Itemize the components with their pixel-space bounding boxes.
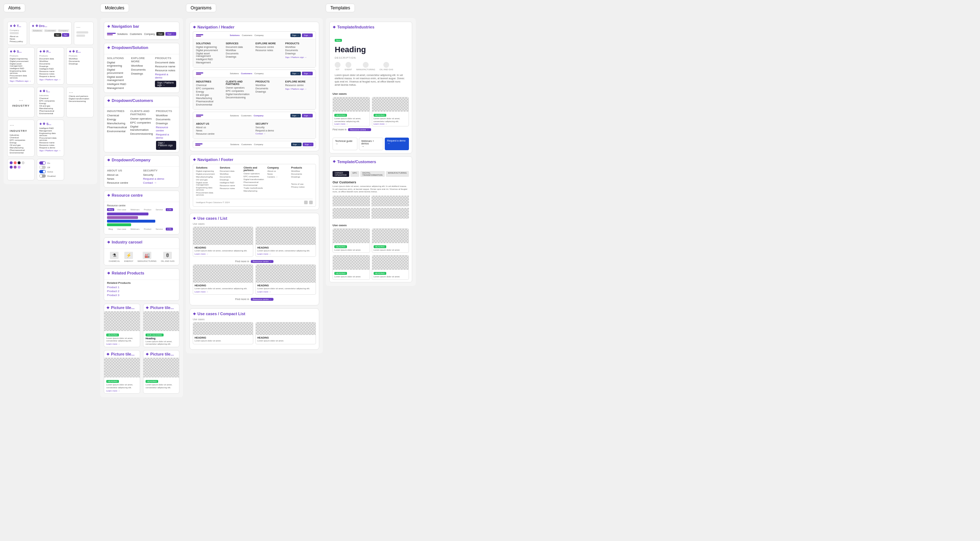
picture-tile-4[interactable]: Picture tile... HEADING Lorem ipsum dolo… (143, 350, 180, 393)
platform-sign-btn[interactable]: Sign / Platform sign → (155, 81, 176, 87)
cust-uc-2[interactable]: HEADING Lorem ipsum dolor sit amet. (372, 228, 409, 253)
resource-tab-cta[interactable]: CTA (166, 208, 173, 211)
uc-link-2[interactable]: Learn more → (374, 123, 407, 125)
platform-btn-3[interactable]: Sign → (302, 114, 313, 118)
rt2-usecase[interactable]: Use case (116, 228, 127, 231)
cust-uc-1[interactable]: HEADING Lorem ipsum dolor sit amet. (332, 228, 370, 253)
platform-btn-2[interactable]: Sign → (302, 72, 313, 75)
related-products-molecule[interactable]: Related Products Related Products Produc… (104, 268, 180, 301)
rt2-cta[interactable]: CTA (166, 228, 173, 231)
nav-link-co2[interactable]: Company (255, 72, 264, 75)
industry-energy[interactable]: ⚡ ENERGY (124, 252, 133, 262)
use-case-box-1[interactable]: HEADING Lorem ipsum dolor sit amet, cons… (193, 226, 253, 257)
toggle-item-2[interactable]: Off (39, 165, 62, 169)
cust-uc-3[interactable]: HEADING Lorem ipsum dolor sit amet. (332, 255, 370, 280)
nav-link-s2[interactable]: Solutions (230, 72, 239, 75)
rt2-webinars[interactable]: Webinars (129, 228, 141, 231)
resource-tab-blog[interactable]: Blog (107, 208, 114, 211)
sign-link[interactable]: Sign / Platform sign → (285, 56, 313, 58)
picture-tile-1[interactable]: Picture tile... HEADING Lorem ipsum dolo… (104, 304, 140, 347)
request-demo-btn[interactable]: Request a demo → (385, 138, 409, 150)
template-industries[interactable]: Template/Industries New Heading DESCRIPT… (329, 22, 412, 153)
cust-uc-4[interactable]: HEADING Lorem ipsum dolor sit amet. (372, 255, 409, 280)
tab-epc[interactable]: EPC (350, 171, 359, 177)
nav-link-solutions-active[interactable]: Solutions (230, 34, 240, 37)
uc-link-1[interactable]: Learn more → (334, 123, 368, 125)
contact-link[interactable]: Contact → (255, 132, 313, 135)
nav-footer-organism[interactable]: Navigation / Footer Solutions Digital en… (189, 154, 319, 210)
atom-card-more1[interactable]: ··· (74, 22, 94, 45)
atom-card-s1[interactable]: ❖ S... Products Digital engineering Digi… (7, 47, 35, 84)
uc-item-1[interactable]: HEADING Lorem ipsum dolor sit amet, cons… (332, 97, 370, 126)
atom-card-s2[interactable]: ❖ S... Intelligent R&D Management Engine… (37, 119, 64, 157)
sign-in-plain[interactable]: Sign → (291, 143, 302, 146)
use-cases-list-organism[interactable]: Use cases / List Use cases HEADING Lorem… (189, 213, 319, 306)
rt2-product[interactable]: Product (142, 228, 153, 231)
dropdown-customers-molecule[interactable]: Dropdown/Customers Industries Chemical E… (104, 96, 180, 152)
use-case-box-4[interactable]: HEADING Lorem ipsum dolor sit amet, cons… (255, 264, 316, 294)
use-case-box-3[interactable]: HEADING Lorem ipsum dolor sit amet, cons… (193, 264, 253, 294)
industry-oil[interactable]: 🛢 OIL AND GAS (161, 252, 174, 262)
platform-sign-btn-2[interactable]: Sign / Platform sign → (156, 141, 176, 150)
sign-in-btn[interactable]: Sign → (290, 33, 301, 37)
uc-item-2[interactable]: HEADING Lorem ipsum dolor sit amet, cons… (372, 97, 409, 126)
resource-centre-molecule[interactable]: Resource centre Resource centre Blog Use… (104, 191, 180, 234)
industry-carousel-molecule[interactable]: Industry carosel ⚗ CHEMICAL ⚡ ENERGY 🏭 M… (104, 237, 180, 266)
resource-centre-badge-2[interactable]: Resource centre → (251, 298, 274, 301)
picture-tile-2[interactable]: Picture tile... SUB-HEADING Heading Lore… (143, 304, 180, 347)
resource-tab-usecase[interactable]: Use case (116, 208, 127, 211)
dropdown-solution-molecule[interactable]: Dropdown/Solution Solutions Digital engi… (104, 43, 180, 93)
template-customers[interactable]: Template/Customers OWNER OPERATOR EPC DI… (329, 156, 412, 282)
toggle-item-4[interactable]: Disabled (39, 174, 62, 178)
related-item-1[interactable]: Product 1 (107, 286, 176, 289)
tab-manufacturing[interactable]: MANUFACTURING (386, 171, 409, 177)
use-case-box-2[interactable]: HEADING Lorem ipsum dolor sit amet, cons… (255, 226, 316, 257)
use-cases-compact-organism[interactable]: Use cases / Compact List Use cases HEADI… (189, 308, 319, 349)
toggle-item-1[interactable]: On (39, 161, 62, 165)
sign-link-2[interactable]: Sign / Platform sign → (285, 88, 313, 90)
atom-card-more4[interactable]: ··· INDUSTRY Industries Chemical EPC com… (7, 119, 35, 157)
atom-card-e[interactable]: ❖ E... Products Workflow Documents Drawi… (66, 47, 94, 84)
resource-tab-service[interactable]: Service (154, 208, 164, 211)
nl-solutions[interactable]: Solutions (230, 143, 239, 145)
nav-link-c2-active[interactable]: Customers (241, 72, 252, 75)
picture-tile-3-link[interactable]: Learn more → (106, 390, 138, 392)
atom-card-more2[interactable]: ··· INDUSTRY (7, 87, 35, 118)
rt2-service[interactable]: Service (154, 228, 164, 231)
nav-link-s3[interactable]: Solutions (230, 115, 239, 117)
atom-card-more3[interactable]: ··· Clients and partners Digital transfo… (66, 87, 94, 118)
platform-btn[interactable]: Sign → (302, 33, 313, 37)
tech-guide-btn[interactable]: Technical guide → (332, 138, 357, 150)
webinars-btn[interactable]: Webinars + demos → (359, 138, 384, 150)
atom-card-t[interactable]: ❖ T... Company About us News Privacy pol… (7, 22, 27, 45)
picture-tile-1-link[interactable]: Learn more → (106, 343, 138, 345)
resource-badge[interactable]: Resource centre → (348, 128, 371, 131)
nl-customers[interactable]: Customers (242, 143, 252, 145)
tab-digital[interactable]: DIGITAL TRANSFORMATION (360, 171, 385, 177)
resource-tab-webinars[interactable]: Webinars (129, 208, 141, 211)
nav-link-customers[interactable]: Customers (242, 34, 252, 37)
atom-card-colors[interactable] (7, 159, 35, 180)
sign-in-btn-2[interactable]: Sign → (290, 72, 301, 75)
nav-link-c3[interactable]: Customers (241, 115, 251, 117)
industry-manufacturing[interactable]: 🏭 MANUFACTURING (138, 252, 156, 262)
social-icon-1[interactable] (304, 200, 308, 204)
atom-card-p[interactable]: ❖ P... Products Document data Workflow D… (37, 47, 64, 84)
platform-plain[interactable]: Sign → (303, 143, 313, 146)
use-case-link-1[interactable]: Learn more → (194, 253, 251, 255)
atom-card-toggles[interactable]: On Off Active Disabled (37, 159, 64, 180)
dropdown-company-molecule[interactable]: Dropdown/Company About us About us News … (104, 155, 180, 188)
atom-card-i[interactable]: ❖ I... Industries Chemical EPC companies… (37, 87, 64, 118)
atom-card-dro[interactable]: ❖ Dro... Solutions Customers Company Sig… (29, 22, 72, 45)
nav-header-organism[interactable]: Navigation / Header Solutions (189, 22, 319, 151)
picture-tile-3[interactable]: Picture tile... HEADING Lorem ipsum dolo… (104, 350, 140, 393)
nav-bar-molecule[interactable]: Navigation bar Solutions Customers Compa… (104, 22, 180, 40)
compact-box-1[interactable]: HEADING Lorem ipsum dolor sit amet. (193, 322, 253, 344)
tab-owner-operator[interactable]: OWNER OPERATOR (332, 171, 349, 177)
industry-chemical[interactable]: ⚗ CHEMICAL (109, 252, 120, 262)
resource-centre-badge[interactable]: Resource centre → (251, 260, 274, 263)
nl-company[interactable]: Company (254, 143, 263, 145)
sign-in-btn-3[interactable]: Sign → (290, 114, 301, 118)
social-icon-2[interactable] (309, 200, 313, 204)
use-case-link-4[interactable]: Learn more → (257, 291, 314, 293)
